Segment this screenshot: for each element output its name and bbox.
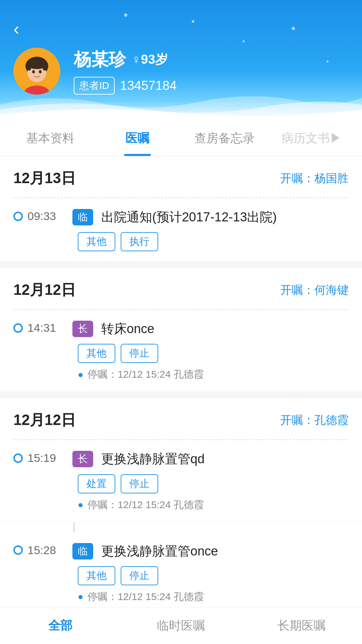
back-button[interactable]: ‹ — [13, 20, 19, 38]
circle-dot — [13, 212, 23, 221]
order-tags: 其他 执行 — [78, 232, 349, 251]
tag-1[interactable]: 停止 — [121, 474, 158, 493]
svg-rect-3 — [27, 64, 31, 70]
order-time: 09:33 — [27, 210, 64, 223]
order-type-badge: 长 — [72, 321, 93, 337]
date-label-2: 12月12日 — [13, 410, 76, 430]
order-text: 转床once — [101, 320, 349, 338]
bottom-nav: 全部 临时医嘱 长期医嘱 — [0, 607, 362, 644]
wave-decoration — [0, 91, 362, 118]
order-stop-note: ● 停嘱：12/12 15:24 孔德霞 — [78, 498, 349, 512]
order-tags: 其他 停止 — [78, 566, 349, 585]
doctor-label-0: 开嘱：杨国胜 — [280, 171, 349, 186]
svg-point-7 — [39, 70, 42, 73]
stop-note-text: 停嘱：12/12 15:24 孔德霞 — [87, 590, 204, 604]
timeline-connector — [73, 522, 75, 532]
stop-note-text: 停嘱：12/12 15:24 孔德霞 — [87, 498, 204, 512]
order-stop-note: ● 停嘱：12/12 15:24 孔德霞 — [78, 368, 349, 381]
svg-rect-4 — [43, 64, 47, 70]
header: ‹ 杨某珍 — [0, 0, 362, 118]
date-section-0: 12月13日 开嘱：杨国胜 09:33 临 出院通知(预计2017-12-13出… — [0, 156, 362, 261]
order-type-badge: 临 — [72, 209, 93, 225]
order-time-circle: 15:19 — [13, 450, 64, 465]
tag-1[interactable]: 停止 — [121, 566, 158, 585]
order-tags: 处置 停止 — [78, 474, 349, 493]
order-time: 15:19 — [27, 451, 64, 465]
order-item: 09:33 临 出院通知(预计2017-12-13出院) 其他 执行 — [0, 198, 362, 261]
tag-1[interactable]: 停止 — [121, 344, 158, 363]
tab-bar: 基本资料 医嘱 查房备忘录 病历文书▶ — [0, 118, 362, 156]
profile-info: 杨某珍 ♀93岁 患者ID 13457184 — [74, 48, 177, 95]
order-text: 出院通知(预计2017-12-13出院) — [101, 208, 349, 226]
circle-dot — [13, 545, 23, 555]
doctor-label-1: 开嘱：何海键 — [280, 282, 349, 298]
order-time: 14:31 — [27, 321, 64, 334]
date-label-0: 12月13日 — [13, 168, 76, 188]
bottom-nav-temp[interactable]: 临时医嘱 — [121, 607, 241, 644]
bullet-icon: ● — [78, 499, 83, 510]
order-type-badge: 长 — [72, 451, 93, 467]
tag-0[interactable]: 其他 — [78, 566, 115, 585]
tag-1[interactable]: 执行 — [121, 232, 158, 251]
order-item: 15:28 临 更换浅静脉置管once 其他 停止 ● 停嘱：12/12 15:… — [0, 532, 362, 614]
date-label-1: 12月12日 — [13, 280, 76, 300]
bottom-nav-all[interactable]: 全部 — [0, 607, 121, 644]
date-section-1: 12月12日 开嘱：何海键 14:31 长 转床once 其他 停止 ● — [0, 268, 362, 391]
stop-note-text: 停嘱：12/12 15:24 孔德霞 — [87, 368, 204, 381]
tab-basic[interactable]: 基本资料 — [7, 118, 94, 156]
bullet-icon: ● — [78, 369, 83, 380]
patient-id-number: 13457184 — [120, 78, 177, 93]
tag-0[interactable]: 其他 — [78, 232, 115, 251]
circle-dot — [13, 323, 23, 333]
bullet-icon: ● — [78, 591, 83, 602]
svg-point-6 — [32, 70, 35, 73]
tag-0[interactable]: 处置 — [78, 474, 115, 493]
order-stop-note: ● 停嘱：12/12 15:24 孔德霞 — [78, 590, 349, 604]
tab-orders[interactable]: 医嘱 — [94, 118, 181, 156]
patient-gender-age: ♀93岁 — [131, 51, 168, 68]
order-type-badge: 临 — [72, 543, 93, 559]
date-section-2: 12月12日 开嘱：孔德霞 15:19 长 更换浅静脉置管qd 处置 停止 ● — [0, 398, 362, 613]
order-item: 15:19 长 更换浅静脉置管qd 处置 停止 ● 停嘱：12/12 15:24… — [0, 440, 362, 522]
order-time-circle: 15:28 — [13, 542, 64, 557]
circle-dot — [13, 453, 23, 463]
order-text: 更换浅静脉置管once — [101, 542, 349, 560]
patient-name: 杨某珍 — [74, 48, 126, 71]
bottom-nav-long[interactable]: 长期医嘱 — [241, 607, 362, 644]
order-item: 14:31 长 转床once 其他 停止 ● 停嘱：12/12 15:24 孔德… — [0, 310, 362, 391]
tag-0[interactable]: 其他 — [78, 344, 115, 363]
order-time-circle: 09:33 — [13, 208, 64, 223]
tab-rounds[interactable]: 查房备忘录 — [181, 118, 268, 156]
tab-records[interactable]: 病历文书▶ — [268, 118, 355, 156]
order-text: 更换浅静脉置管qd — [101, 450, 349, 468]
order-time-circle: 14:31 — [13, 320, 64, 334]
order-tags: 其他 停止 — [78, 344, 349, 363]
main-content: 12月13日 开嘱：杨国胜 09:33 临 出院通知(预计2017-12-13出… — [0, 156, 362, 644]
doctor-label-2: 开嘱：孔德霞 — [280, 413, 349, 428]
avatar — [13, 48, 60, 95]
order-time: 15:28 — [27, 544, 64, 557]
